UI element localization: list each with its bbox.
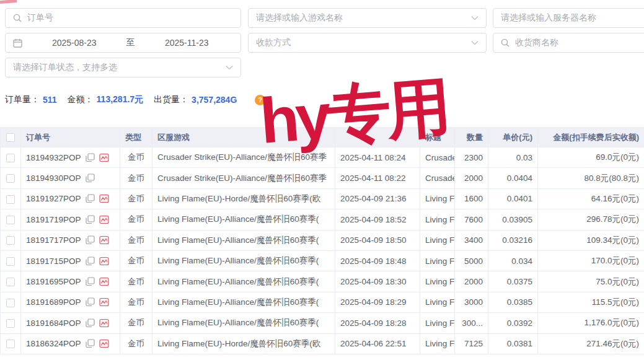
order-id: 18194932POP	[26, 153, 81, 162]
order-time: 2025-04-09 18:30	[335, 271, 420, 292]
row-checkbox[interactable]	[6, 195, 15, 204]
order-type: 金币	[120, 292, 152, 312]
stat-shipment-value: 3,757,284G	[192, 95, 237, 105]
table-row: 18191927POP 金币 Living Flame(EU)-Horde/魔兽…	[1, 188, 644, 209]
row-checkbox[interactable]	[6, 236, 15, 245]
copy-icon[interactable]	[86, 194, 95, 203]
order-unit-price: 0.0392	[488, 313, 538, 333]
image-icon[interactable]	[99, 153, 109, 162]
row-checkbox[interactable]	[6, 299, 15, 307]
order-region: Crusader Strike(EU)-Alliance/魔兽怀旧60赛季	[152, 147, 335, 168]
order-region: Living Flame(EU)-Alliance/魔兽怀旧60赛季(	[152, 271, 335, 292]
order-amount: 115.5元(0元)	[538, 292, 644, 312]
image-icon[interactable]	[99, 257, 109, 266]
image-icon[interactable]	[99, 215, 109, 224]
stat-order-count-value: 511	[43, 95, 57, 105]
server-name-select[interactable]: 请选择或输入服务器名称	[493, 8, 644, 28]
order-quantity: 1600	[455, 188, 488, 209]
header-region: 区服游戏	[152, 128, 335, 147]
order-type: 金币	[120, 209, 152, 230]
order-id: 18191927POP	[26, 194, 81, 203]
order-region: Living Flame(EU)-Alliance/魔兽怀旧60赛季(	[152, 292, 335, 312]
copy-icon[interactable]	[86, 257, 95, 266]
row-checkbox[interactable]	[6, 319, 15, 328]
stat-shipment: 出货量： 3,757,284G	[154, 94, 237, 105]
order-unit-price: 0.0375	[488, 271, 538, 292]
order-title: Living Fl	[420, 250, 455, 271]
header-time	[335, 128, 420, 147]
header-amount: 金额(扣手续费后实收额)	[538, 128, 644, 147]
order-time: 2025-04-06 22:51	[335, 333, 420, 354]
order-id: 18191689POP	[26, 297, 81, 307]
question-mark-icon[interactable]: ?	[255, 95, 265, 105]
copy-icon[interactable]	[86, 215, 95, 224]
payment-method-placeholder: 收款方式	[256, 37, 291, 48]
order-quantity: 7125	[455, 333, 488, 354]
merchant-name-input[interactable]: 收货商名称	[493, 33, 644, 53]
chevron-down-icon	[471, 15, 479, 20]
copy-icon[interactable]	[86, 277, 95, 286]
order-id: 18191684POP	[26, 318, 81, 328]
payment-method-select[interactable]: 收款方式	[248, 33, 487, 53]
order-id: 18186324POP	[26, 339, 81, 348]
calendar-icon	[13, 38, 22, 48]
stat-shipment-label: 出货量：	[154, 94, 188, 105]
row-checkbox[interactable]	[6, 216, 15, 224]
row-checkbox[interactable]	[6, 340, 15, 348]
date-range-picker[interactable]: 2025-08-23 至 2025-11-23	[5, 33, 241, 53]
image-icon[interactable]	[99, 194, 109, 203]
row-checkbox[interactable]	[6, 154, 15, 162]
order-time: 2025-04-09 18:50	[335, 230, 420, 250]
header-type: 类型	[120, 128, 152, 147]
order-amount: 69.0元(0元)	[538, 147, 644, 168]
order-region: Living Flame(EU)-Horde/魔兽怀旧60赛季(欧	[152, 188, 335, 209]
order-time: 2025-04-09 18:48	[335, 250, 420, 271]
table-row: 18194930POP 金币 Crusader Strike(EU)-Allia…	[1, 168, 644, 188]
date-end-value[interactable]: 2025-11-23	[141, 38, 234, 48]
copy-icon[interactable]	[86, 318, 95, 328]
merchant-name-placeholder: 收货商名称	[515, 37, 558, 48]
table-row: 18191684POP 金币 Living Flame(EU)-Alliance…	[1, 313, 644, 333]
order-unit-price: 0.0404	[488, 168, 538, 188]
row-checkbox[interactable]	[6, 257, 15, 266]
table-row: 18191689POP 金币 Living Flame(EU)-Alliance…	[1, 292, 644, 312]
copy-icon[interactable]	[86, 235, 95, 245]
order-title: Living Fl	[420, 313, 455, 333]
copy-icon[interactable]	[86, 339, 95, 348]
order-type: 金币	[120, 230, 152, 250]
order-number-placeholder: 订单号	[27, 12, 53, 24]
image-icon[interactable]	[99, 277, 109, 286]
order-id: 18191695POP	[26, 277, 81, 286]
image-icon[interactable]	[99, 318, 109, 328]
order-quantity: 3000	[455, 292, 488, 312]
image-icon[interactable]	[99, 235, 109, 245]
order-status-select[interactable]: 请选择订单状态，支持多选	[5, 58, 241, 77]
order-title: Living Fl	[420, 271, 455, 292]
order-amount: 271.46元(0元)	[538, 333, 644, 354]
select-all-checkbox[interactable]	[6, 133, 15, 142]
order-unit-price: 0.03	[488, 147, 538, 168]
game-name-select[interactable]: 请选择或输入游戏名称	[248, 8, 487, 28]
order-number-input[interactable]: 订单号	[5, 8, 241, 28]
order-unit-price: 0.03905	[488, 209, 538, 230]
order-title: Crusade	[420, 168, 455, 188]
stat-amount-value: 113,281.7元	[97, 94, 144, 105]
copy-icon[interactable]	[86, 153, 95, 162]
order-quantity: 7600	[455, 209, 488, 230]
row-checkbox[interactable]	[6, 278, 15, 286]
date-start-value[interactable]: 2025-08-23	[28, 38, 121, 48]
order-title: Crusade	[420, 147, 455, 168]
order-unit-price: 0.0401	[488, 188, 538, 209]
header-unit-price: 单价(元)	[488, 128, 538, 147]
order-type: 金币	[120, 333, 152, 354]
search-icon	[13, 14, 22, 22]
header-title: 标题	[420, 128, 455, 147]
copy-icon[interactable]	[86, 173, 95, 183]
copy-icon[interactable]	[86, 297, 95, 307]
image-icon[interactable]	[99, 297, 109, 307]
image-icon[interactable]	[99, 339, 109, 348]
stat-order-count: 订单量： 511	[5, 94, 57, 105]
order-status-placeholder: 请选择订单状态，支持多选	[13, 62, 117, 73]
row-checkbox[interactable]	[6, 174, 15, 183]
order-id: 18194930POP	[26, 173, 81, 183]
